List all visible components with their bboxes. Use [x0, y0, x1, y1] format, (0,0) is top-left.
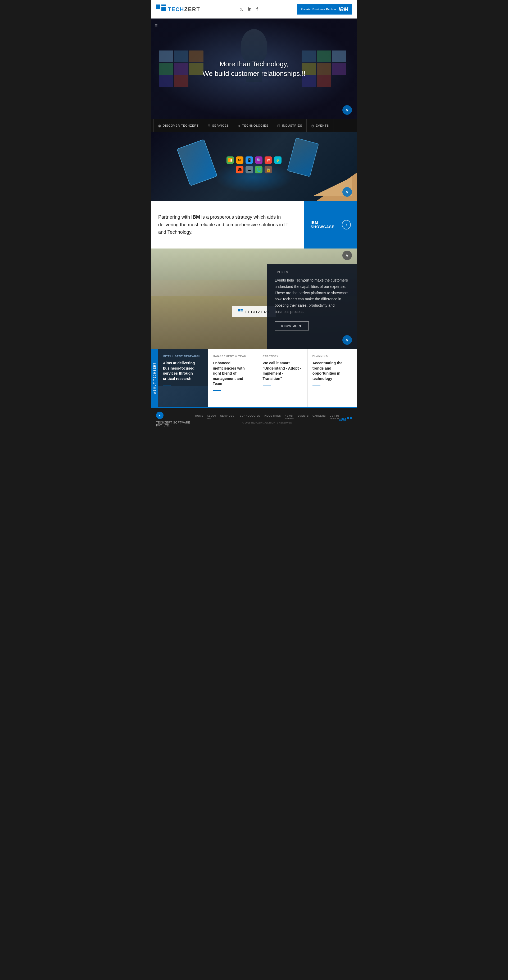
ibm-logo: IBM	[339, 6, 348, 13]
card-title-research: Aims at delivering business-focused serv…	[163, 361, 203, 381]
arrow-up-icon: ▲	[158, 414, 161, 417]
footer-link-technologies[interactable]: TECHNOLOGIES	[238, 415, 260, 420]
power-icon: ⚡	[274, 156, 281, 164]
footer-copyright: © 2018 TECHZERT. ALL RIGHTS RESERVED	[243, 422, 292, 424]
hero-images-left	[159, 19, 206, 119]
svg-rect-5	[241, 309, 243, 310]
call-icon: ☎	[236, 166, 243, 173]
discover-icon: ◎	[158, 124, 161, 128]
about-card-management: MANAGEMENT & TEAM Enhanced inefficiencie…	[208, 349, 258, 407]
floating-icons: 📶 ✉ 📱 🔍 @ ⚡ ☎ ☁ 🌐 🔒	[225, 156, 283, 173]
nav-item-industries[interactable]: ⊡ INDUSTRIES	[273, 119, 307, 132]
know-more-button[interactable]: KNOW MORE	[275, 321, 309, 331]
facebook-icon[interactable]: f	[256, 7, 258, 12]
about-card-research: INTELLIGENT RESEARCH Aims at delivering …	[158, 349, 208, 407]
photo-tile	[159, 63, 173, 75]
svg-rect-0	[156, 5, 160, 9]
ibm-showcase-label: IBM SHOWCASE	[311, 221, 342, 229]
photo-tile	[174, 51, 189, 62]
hero-title: More than Technology, We build customer …	[203, 59, 305, 78]
site-footer: ▲ TECHZERT SOFTWARE PVT. LTD. HOME ABOUT…	[151, 407, 357, 431]
footer-link-services[interactable]: SERVICES	[220, 415, 235, 420]
phone-icon: 📱	[246, 156, 253, 164]
photo-tile	[189, 51, 203, 62]
card-category-management: MANAGEMENT & TEAM	[213, 355, 253, 358]
logo-area[interactable]: TECHZERT	[156, 5, 200, 14]
footer-link-industries[interactable]: INDUSTRIES	[264, 415, 281, 420]
events-section: TECHZERT EVENTS Events help TechZert to …	[151, 248, 357, 349]
nav-item-services[interactable]: ⊞ SERVICES	[203, 119, 233, 132]
ibm-arrow-button[interactable]: ›	[342, 220, 351, 229]
events-scroll-down-button[interactable]: ∨	[342, 335, 352, 345]
hamburger-menu-icon[interactable]: ≡	[155, 22, 158, 28]
hero-scroll-down-button[interactable]: ∨	[342, 105, 352, 115]
email-icon: ✉	[236, 156, 243, 164]
ibm-partner-label: Premier Business Partner	[301, 8, 336, 11]
linkedin-icon[interactable]: in	[248, 7, 252, 12]
card-title-management: Enhanced inefficiencies with right blend…	[213, 361, 253, 387]
ibm-right-panel: IBM SHOWCASE ›	[304, 201, 357, 248]
photo-tile	[317, 63, 331, 75]
logo-icon	[156, 5, 166, 14]
hero-content: More than Technology, We build customer …	[203, 59, 305, 78]
about-card-planning: PLANNING Accentuating the trends and opp…	[308, 349, 357, 407]
twitter-icon[interactable]: 𝕏	[240, 7, 243, 12]
ibm-section-wrapper: Partnering with IBM is a prosperous stra…	[151, 201, 357, 248]
photo-tile	[159, 75, 173, 87]
photo-tile	[332, 63, 346, 75]
card-title-strategy: We call it smart "Understand - Adopt - I…	[263, 361, 303, 381]
footer-ibm-logo: IBM	[339, 417, 346, 422]
card-underline	[163, 385, 171, 385]
footer-link-contact[interactable]: GET IN TOUCH	[329, 415, 339, 420]
chevron-down-icon: ∨	[345, 253, 349, 258]
services-icon: ⊞	[208, 124, 211, 128]
photo-tile	[189, 63, 203, 75]
nav-item-discover[interactable]: ◎ DISCOVER TECHZERT	[153, 119, 203, 132]
chevron-down-icon: ∨	[345, 337, 349, 343]
scroll-to-top-button[interactable]: ▲	[156, 412, 163, 419]
logo-text: TECHZERT	[168, 6, 200, 13]
events-icon: ◷	[311, 124, 314, 128]
footer-link-newsfeeds[interactable]: NEWS FEEDS	[285, 415, 294, 420]
card-title-planning: Accentuating the trends and opportunitie…	[313, 361, 352, 381]
technologies-icon: ◇	[238, 124, 241, 128]
card-image	[158, 386, 208, 407]
at-icon: @	[265, 156, 272, 164]
ibm-description: Partnering with IBM is a prosperous stra…	[158, 213, 297, 236]
footer-link-home[interactable]: HOME	[195, 415, 203, 420]
tech-tablet-left	[177, 139, 218, 186]
ibm-scroll-down-button[interactable]: ∨	[342, 251, 352, 260]
card-category-planning: PLANNING	[313, 355, 352, 358]
footer-link-events[interactable]: EVENTS	[298, 415, 309, 420]
tech-scroll-down-button[interactable]: ∨	[342, 187, 352, 197]
chevron-down-icon: ∨	[345, 108, 349, 113]
events-description: Events help TechZert to make the custome…	[275, 277, 350, 315]
photo-tile	[317, 75, 331, 87]
ibm-left-panel: Partnering with IBM is a prosperous stra…	[151, 201, 304, 248]
card-category-research: INTELLIGENT RESEARCH	[163, 355, 203, 358]
footer-link-about[interactable]: ABOUT US	[207, 415, 217, 420]
social-icons: 𝕏 in f	[240, 7, 258, 12]
footer-company-name: TECHZERT SOFTWARE PVT. LTD.	[156, 421, 195, 427]
card-category-strategy: STRATEGY	[263, 355, 303, 358]
about-card-strategy: STRATEGY We call it smart "Understand - …	[258, 349, 308, 407]
techzert-sign-text: TECHZERT	[245, 310, 270, 314]
card-underline	[313, 385, 320, 385]
nav-item-technologies[interactable]: ◇ TECHNOLOGIES	[233, 119, 273, 132]
card-underline	[263, 385, 271, 385]
search-icon: 🔍	[255, 156, 262, 164]
site-header: TECHZERT 𝕏 in f Premier Business Partner…	[151, 0, 357, 19]
about-section: ABOUT TECHZERT INTELLIGENT RESEARCH Aims…	[151, 349, 357, 407]
ibm-section: Partnering with IBM is a prosperous stra…	[151, 201, 357, 248]
hero-images-right	[302, 19, 349, 119]
photo-tile	[174, 63, 189, 75]
svg-rect-6	[241, 311, 243, 312]
photo-tile	[332, 51, 346, 62]
svg-rect-4	[238, 309, 240, 312]
ibm-partner-badge[interactable]: Premier Business Partner IBM	[297, 4, 352, 14]
hero-section: ≡ More than Technology, We build custome…	[151, 19, 357, 119]
footer-link-careers[interactable]: CAREERS	[313, 415, 326, 420]
industries-icon: ⊡	[277, 124, 280, 128]
nav-item-events[interactable]: ◷ EVENTS	[307, 119, 333, 132]
photo-tile	[317, 51, 331, 62]
